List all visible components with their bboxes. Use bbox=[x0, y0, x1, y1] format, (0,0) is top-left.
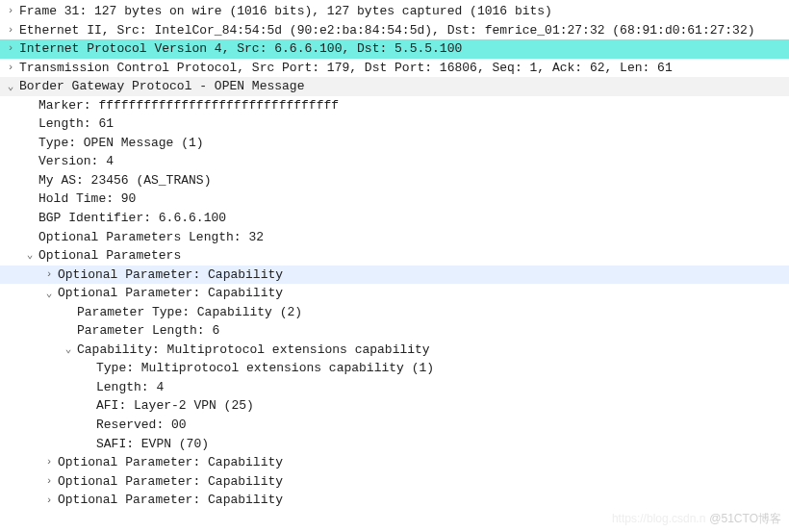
chevron-right-icon[interactable]: › bbox=[42, 267, 56, 282]
tree-row[interactable]: •Type: OPEN Message (1) bbox=[0, 134, 789, 153]
tree-row-label: Type: Multiprotocol extensions capabilit… bbox=[96, 360, 434, 377]
watermark: https://blog.csdn.n@51CTO博客 bbox=[612, 511, 781, 512]
spacer-icon: • bbox=[81, 399, 94, 414]
chevron-right-icon[interactable]: › bbox=[42, 494, 56, 508]
spacer-icon: • bbox=[81, 437, 94, 451]
tree-row[interactable]: •Hold Time: 90 bbox=[0, 190, 789, 209]
spacer-icon: • bbox=[23, 173, 37, 188]
tree-row[interactable]: •Reserved: 00 bbox=[0, 416, 789, 435]
tree-row-label: Capability: Multiprotocol extensions cap… bbox=[77, 342, 430, 359]
chevron-down-icon[interactable]: ⌄ bbox=[23, 248, 37, 263]
spacer-icon: • bbox=[23, 117, 37, 132]
tree-row[interactable]: •My AS: 23456 (AS_TRANS) bbox=[0, 171, 789, 190]
chevron-right-icon[interactable]: › bbox=[4, 41, 17, 56]
spacer-icon: • bbox=[23, 98, 37, 113]
tree-row-label: Reserved: 00 bbox=[96, 417, 187, 434]
tree-row[interactable]: •Parameter Length: 6 bbox=[0, 321, 789, 341]
chevron-right-icon[interactable]: › bbox=[42, 474, 56, 489]
tree-row[interactable]: ⌄Capability: Multiprotocol extensions ca… bbox=[0, 341, 789, 360]
tree-row-label: Parameter Length: 6 bbox=[77, 322, 219, 340]
tree-row-label: Optional Parameter: Capability bbox=[58, 285, 283, 302]
tree-row[interactable]: •Length: 61 bbox=[0, 114, 789, 134]
tree-row[interactable]: •Length: 4 bbox=[0, 378, 789, 397]
tree-row-label: Border Gateway Protocol - OPEN Message bbox=[19, 78, 304, 95]
tree-row-label: Marker: ffffffffffffffffffffffffffffffff bbox=[38, 97, 339, 114]
spacer-icon: • bbox=[81, 418, 94, 432]
tree-row-label: Parameter Type: Capability (2) bbox=[77, 304, 302, 321]
tree-row[interactable]: ›Optional Parameter: Capability bbox=[0, 266, 789, 285]
packet-details-tree: ›Frame 31: 127 bytes on wire (1016 bits)… bbox=[0, 2, 789, 510]
tree-row[interactable]: ›Optional Parameter: Capability bbox=[0, 472, 789, 492]
tree-row[interactable]: •SAFI: EVPN (70) bbox=[0, 435, 789, 454]
tree-row[interactable]: ›Optional Parameter: Capability bbox=[0, 453, 789, 472]
chevron-down-icon[interactable]: ⌄ bbox=[42, 287, 56, 301]
tree-row-label: AFI: Layer-2 VPN (25) bbox=[96, 397, 254, 415]
tree-row[interactable]: ›Internet Protocol Version 4, Src: 6.6.6… bbox=[0, 39, 789, 59]
spacer-icon: • bbox=[23, 155, 37, 169]
tree-row[interactable]: ›Optional Parameter: Capability bbox=[0, 491, 789, 510]
chevron-down-icon[interactable]: ⌄ bbox=[62, 342, 75, 357]
tree-row[interactable]: ›Ethernet II, Src: IntelCor_84:54:5d (90… bbox=[0, 21, 789, 40]
tree-row-label: Ethernet II, Src: IntelCor_84:54:5d (90:… bbox=[19, 22, 755, 39]
tree-row-label: SAFI: EVPN (70) bbox=[96, 436, 209, 453]
tree-row-label: Optional Parameter: Capability bbox=[58, 454, 283, 471]
tree-row-label: Optional Parameter: Capability bbox=[58, 473, 283, 491]
tree-row[interactable]: •Marker: fffffffffffffffffffffffffffffff… bbox=[0, 96, 789, 115]
chevron-right-icon[interactable]: › bbox=[4, 23, 17, 38]
tree-row[interactable]: •Parameter Type: Capability (2) bbox=[0, 303, 789, 322]
spacer-icon: • bbox=[81, 362, 94, 376]
tree-row-label: Optional Parameters bbox=[38, 247, 181, 265]
spacer-icon: • bbox=[62, 324, 75, 339]
tree-row-label: Internet Protocol Version 4, Src: 6.6.6.… bbox=[19, 40, 462, 58]
tree-row[interactable]: •Type: Multiprotocol extensions capabili… bbox=[0, 359, 789, 378]
tree-row[interactable]: ›Transmission Control Protocol, Src Port… bbox=[0, 59, 789, 78]
tree-row[interactable]: •Optional Parameters Length: 32 bbox=[0, 228, 789, 247]
chevron-right-icon[interactable]: › bbox=[42, 455, 56, 469]
tree-row-label: Version: 4 bbox=[38, 153, 114, 170]
tree-row-label: My AS: 23456 (AS_TRANS) bbox=[38, 172, 211, 190]
tree-row-label: BGP Identifier: 6.6.6.100 bbox=[38, 210, 226, 227]
tree-row-label: Optional Parameter: Capability bbox=[58, 492, 283, 509]
tree-row-label: Optional Parameter: Capability bbox=[58, 266, 283, 284]
tree-row[interactable]: ⌄Optional Parameter: Capability bbox=[0, 284, 789, 303]
tree-row-label: Hold Time: 90 bbox=[38, 190, 136, 208]
tree-row-label: Length: 61 bbox=[38, 115, 114, 133]
tree-row[interactable]: ›Frame 31: 127 bytes on wire (1016 bits)… bbox=[0, 2, 789, 21]
tree-row[interactable]: ⌄Optional Parameters bbox=[0, 246, 789, 266]
tree-row-label: Length: 4 bbox=[96, 379, 164, 396]
tree-row-label: Transmission Control Protocol, Src Port:… bbox=[19, 60, 673, 77]
spacer-icon: • bbox=[23, 230, 37, 244]
chevron-right-icon[interactable]: › bbox=[4, 61, 17, 75]
spacer-icon: • bbox=[81, 380, 94, 394]
spacer-icon: • bbox=[23, 136, 37, 150]
tree-row[interactable]: ⌄Border Gateway Protocol - OPEN Message bbox=[0, 77, 789, 96]
chevron-right-icon[interactable]: › bbox=[4, 4, 17, 18]
spacer-icon: • bbox=[23, 192, 37, 207]
tree-row-label: Optional Parameters Length: 32 bbox=[38, 229, 264, 246]
spacer-icon: • bbox=[23, 211, 37, 225]
tree-row[interactable]: •Version: 4 bbox=[0, 152, 789, 171]
spacer-icon: • bbox=[62, 305, 75, 319]
tree-row[interactable]: •BGP Identifier: 6.6.6.100 bbox=[0, 209, 789, 228]
tree-row[interactable]: •AFI: Layer-2 VPN (25) bbox=[0, 396, 789, 416]
chevron-down-icon[interactable]: ⌄ bbox=[4, 80, 17, 94]
tree-row-label: Frame 31: 127 bytes on wire (1016 bits),… bbox=[19, 3, 552, 20]
tree-row-label: Type: OPEN Message (1) bbox=[38, 135, 204, 152]
